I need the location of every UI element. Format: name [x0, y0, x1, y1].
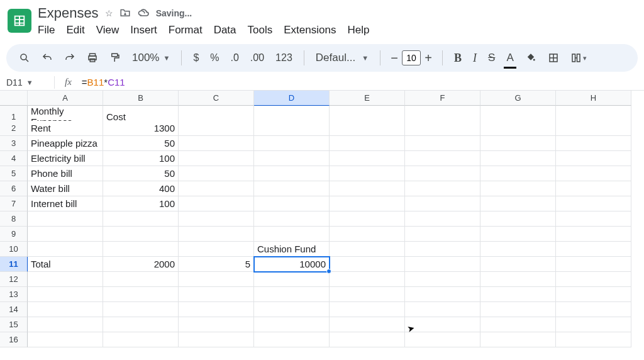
cell-F6[interactable] — [405, 181, 480, 196]
cell-G15[interactable] — [480, 317, 556, 332]
cell-E3[interactable] — [330, 136, 405, 151]
cell-B14[interactable] — [103, 302, 179, 317]
row-header-15[interactable]: 15 — [0, 317, 28, 332]
cell-A15[interactable] — [28, 317, 103, 332]
cell-A7[interactable]: Internet bill — [28, 196, 103, 211]
cell-C14[interactable] — [179, 302, 254, 317]
row-header-5[interactable]: 5 — [0, 166, 28, 181]
cell-A12[interactable] — [28, 272, 103, 287]
column-header-A[interactable]: A — [28, 91, 103, 106]
cell-C11[interactable]: 5 — [179, 257, 254, 272]
cell-C5[interactable] — [179, 166, 254, 181]
row-header-6[interactable]: 6 — [0, 181, 28, 196]
cell-D13[interactable] — [254, 287, 330, 302]
cell-B6[interactable]: 400 — [103, 181, 179, 196]
row-header-13[interactable]: 13 — [0, 287, 28, 302]
menu-format[interactable]: Format — [169, 24, 203, 37]
row-header-8[interactable]: 8 — [0, 211, 28, 227]
cell-G3[interactable] — [480, 136, 556, 151]
cell-C10[interactable] — [179, 242, 254, 257]
spreadsheet-grid[interactable]: ABCDEFGH1Monthly ExpensesCost2Rent13003P… — [0, 91, 644, 347]
cell-C7[interactable] — [179, 196, 254, 211]
cell-B13[interactable] — [103, 287, 179, 302]
font-size-input[interactable] — [402, 50, 421, 65]
cell-C8[interactable] — [179, 211, 254, 227]
cell-F8[interactable] — [405, 211, 480, 227]
cell-A4[interactable]: Electricity bill — [28, 151, 103, 166]
cell-A13[interactable] — [28, 287, 103, 302]
menu-extensions[interactable]: Extensions — [284, 24, 336, 37]
cell-B8[interactable] — [103, 211, 179, 227]
cell-D9[interactable] — [254, 227, 330, 242]
cell-H3[interactable] — [556, 136, 631, 151]
cell-F15[interactable] — [405, 317, 480, 332]
menu-tools[interactable]: Tools — [248, 24, 273, 37]
zoom-select[interactable]: 100%▼ — [128, 48, 174, 67]
row-header-16[interactable]: 16 — [0, 332, 28, 347]
cell-E15[interactable] — [330, 317, 405, 332]
cell-C3[interactable] — [179, 136, 254, 151]
cell-F13[interactable] — [405, 287, 480, 302]
paint-format-button[interactable] — [106, 48, 125, 67]
cell-C6[interactable] — [179, 181, 254, 196]
cell-H15[interactable] — [556, 317, 631, 332]
cell-A14[interactable] — [28, 302, 103, 317]
star-icon[interactable]: ☆ — [105, 8, 113, 18]
cell-B5[interactable]: 50 — [103, 166, 179, 181]
italic-button[interactable]: I — [469, 48, 480, 67]
fill-color-button[interactable] — [521, 48, 540, 67]
menu-help[interactable]: Help — [347, 24, 369, 37]
cell-B12[interactable] — [103, 272, 179, 287]
row-header-10[interactable]: 10 — [0, 242, 28, 257]
cell-F9[interactable] — [405, 227, 480, 242]
cell-F4[interactable] — [405, 151, 480, 166]
cell-D6[interactable] — [254, 181, 330, 196]
row-header-14[interactable]: 14 — [0, 302, 28, 317]
cell-G12[interactable] — [480, 272, 556, 287]
cell-C13[interactable] — [179, 287, 254, 302]
cell-H6[interactable] — [556, 181, 631, 196]
cell-G9[interactable] — [480, 227, 556, 242]
cloud-status-icon[interactable] — [137, 8, 150, 20]
cell-G14[interactable] — [480, 302, 556, 317]
cell-D4[interactable] — [254, 151, 330, 166]
cell-B11[interactable]: 2000 — [103, 257, 179, 272]
menu-insert[interactable]: Insert — [130, 24, 157, 37]
menu-file[interactable]: File — [38, 24, 55, 37]
cell-H2[interactable] — [556, 121, 631, 136]
formula-bar[interactable]: =B11*C11 — [82, 77, 125, 87]
cell-B7[interactable]: 100 — [103, 196, 179, 211]
cell-G8[interactable] — [480, 211, 556, 227]
name-box[interactable]: D11▼ — [6, 77, 44, 87]
cell-E14[interactable] — [330, 302, 405, 317]
cell-C9[interactable] — [179, 227, 254, 242]
cell-B10[interactable] — [103, 242, 179, 257]
cell-B9[interactable] — [103, 227, 179, 242]
column-header-G[interactable]: G — [480, 91, 556, 106]
cell-D10[interactable]: Cushion Fund — [254, 242, 330, 257]
row-header-4[interactable]: 4 — [0, 151, 28, 166]
cell-E11[interactable] — [330, 257, 405, 272]
row-header-3[interactable]: 3 — [0, 136, 28, 151]
row-header-11[interactable]: 11 — [0, 257, 28, 272]
cell-C16[interactable] — [179, 332, 254, 347]
cell-E7[interactable] — [330, 196, 405, 211]
column-header-E[interactable]: E — [330, 91, 405, 106]
increase-decimal-button[interactable]: .00→ — [247, 48, 268, 67]
cell-H4[interactable] — [556, 151, 631, 166]
cell-D14[interactable] — [254, 302, 330, 317]
cell-E13[interactable] — [330, 287, 405, 302]
cell-D3[interactable] — [254, 136, 330, 151]
cell-G11[interactable] — [480, 257, 556, 272]
cell-D15[interactable] — [254, 317, 330, 332]
move-icon[interactable] — [119, 8, 131, 20]
strikethrough-button[interactable]: S — [484, 48, 499, 67]
cell-E8[interactable] — [330, 211, 405, 227]
cell-D8[interactable] — [254, 211, 330, 227]
cell-H7[interactable] — [556, 196, 631, 211]
cell-C12[interactable] — [179, 272, 254, 287]
cell-F2[interactable] — [405, 121, 480, 136]
sheets-logo[interactable] — [8, 9, 31, 33]
cell-H14[interactable] — [556, 302, 631, 317]
cell-E4[interactable] — [330, 151, 405, 166]
